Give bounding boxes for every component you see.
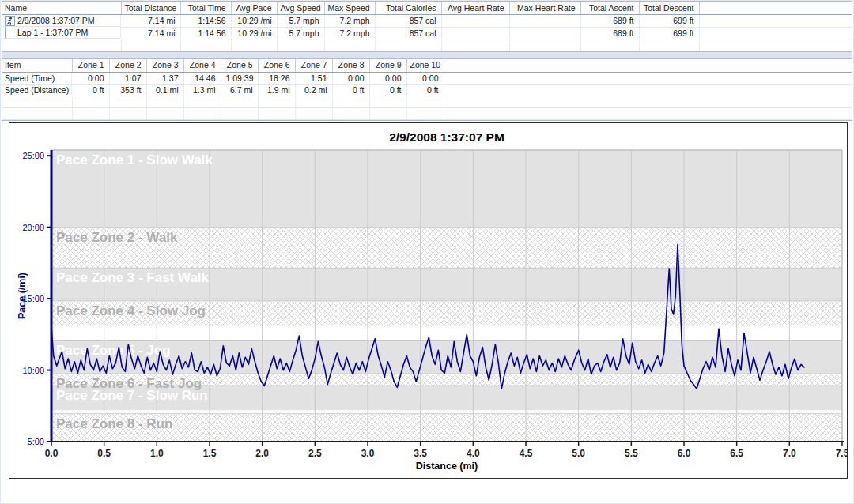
value-cell	[441, 15, 509, 28]
value-cell: 10:29 /mi	[231, 27, 277, 39]
column-header[interactable]: Zone 9	[369, 59, 406, 73]
row-label: Speed (Distance)	[5, 85, 69, 95]
table-header-row: NameTotal DistanceTotal TimeAvg PaceAvg …	[2, 2, 852, 15]
column-header[interactable]: Avg Speed	[277, 2, 324, 15]
value-cell: 1:07	[109, 72, 146, 85]
table-header-row: ItemZone 1Zone 2Zone 3Zone 4Zone 5Zone 6…	[2, 59, 852, 73]
activity-summary-table: NameTotal DistanceTotal TimeAvg PaceAvg …	[2, 1, 852, 52]
column-header[interactable]: Zone 3	[146, 59, 183, 73]
y-tick-label: 25:00	[22, 151, 44, 160]
value-cell: 18:26	[258, 72, 295, 85]
table-divider	[2, 52, 852, 58]
value-cell: 0.2 mi	[295, 85, 332, 96]
row-label-cell: Speed (Time)	[2, 73, 72, 85]
tables-region: NameTotal DistanceTotal TimeAvg PaceAvg …	[2, 1, 852, 121]
column-header[interactable]: Zone 1	[72, 59, 109, 73]
x-tick-label: 6.5	[730, 448, 743, 459]
value-cell: 0 ft	[332, 85, 369, 96]
y-tick-label: 5:00	[28, 437, 44, 446]
table-row[interactable]: 2/9/2008 1:37:07 PM7.14 mi1:14:5610:29 /…	[2, 15, 852, 28]
x-axis-title: Distance (mi)	[416, 461, 478, 472]
value-cell: 699 ft	[639, 27, 699, 39]
filler-cell	[444, 85, 852, 96]
x-tick-label: 1.0	[150, 448, 164, 459]
value-cell: 0.1 mi	[146, 85, 183, 96]
column-header[interactable]: Total Time	[180, 2, 231, 15]
filler-cell	[699, 27, 852, 39]
value-cell: 14:46	[183, 72, 221, 85]
table-row[interactable]: Lap 1 - 1:37:07 PM7.14 mi1:14:5610:29 /m…	[2, 27, 852, 39]
pace-chart[interactable]: 2/9/2008 1:37:07 PMPace Zone 1 - Slow Wa…	[9, 123, 847, 478]
column-header[interactable]: Zone 7	[295, 59, 332, 73]
x-tick-label: 1.5	[203, 448, 217, 459]
value-cell: 0:00	[369, 72, 406, 85]
column-header[interactable]: Zone 2	[109, 59, 146, 73]
column-header[interactable]: Item	[2, 59, 72, 73]
zone-label: Pace Zone 7 - Slow Run	[56, 388, 208, 403]
x-tick-label: 7.5	[836, 448, 847, 459]
x-tick-label: 4.0	[467, 448, 480, 459]
row-label: 2/9/2008 1:37:07 PM	[17, 16, 95, 25]
value-cell: 857 cal	[375, 15, 441, 28]
value-cell: 7.14 mi	[121, 15, 180, 28]
x-tick-label: 6.0	[678, 448, 691, 459]
column-header[interactable]: Max Heart Rate	[509, 2, 580, 15]
row-label: Lap 1 - 1:37:07 PM	[17, 28, 88, 37]
empty-row	[2, 39, 852, 51]
empty-row	[2, 108, 852, 120]
x-tick-label: 0.5	[97, 448, 111, 459]
value-cell: 1:09:39	[221, 72, 258, 85]
column-header[interactable]: Name	[2, 2, 121, 15]
runner-icon	[5, 16, 15, 26]
x-tick-label: 2.5	[308, 448, 322, 459]
row-label-cell: 2/9/2008 1:37:07 PM	[2, 15, 121, 27]
y-tick-label: 10:00	[22, 366, 44, 375]
column-header[interactable]: Total Calories	[375, 2, 441, 15]
value-cell: 1:51	[295, 72, 332, 85]
zone-label: Pace Zone 2 - Walk	[56, 230, 178, 245]
value-cell: 7.14 mi	[121, 27, 180, 39]
column-header[interactable]: Total Distance	[121, 2, 180, 15]
column-header[interactable]: Zone 10	[406, 59, 444, 73]
speed-zones-table: ItemZone 1Zone 2Zone 3Zone 4Zone 5Zone 6…	[2, 58, 852, 122]
value-cell: 689 ft	[580, 15, 639, 28]
column-header[interactable]: Zone 5	[221, 59, 258, 73]
pace-chart-svg: 2/9/2008 1:37:07 PMPace Zone 1 - Slow Wa…	[9, 123, 847, 478]
value-cell: 0:00	[72, 72, 109, 85]
column-header[interactable]: Zone 4	[183, 59, 221, 73]
value-cell: 1:14:56	[180, 15, 231, 28]
value-cell: 6.7 mi	[221, 85, 258, 96]
zone-label: Pace Zone 3 - Fast Walk	[56, 270, 210, 285]
value-cell: 689 ft	[580, 27, 639, 39]
zone-label: Pace Zone 1 - Slow Walk	[56, 152, 213, 167]
value-cell: 1.3 mi	[183, 85, 221, 96]
row-label-cell: Speed (Distance)	[2, 85, 72, 96]
value-cell: 10:29 /mi	[231, 15, 277, 28]
column-header[interactable]: Avg Heart Rate	[441, 2, 509, 15]
value-cell: 0:00	[406, 72, 444, 85]
column-header[interactable]: Avg Pace	[231, 2, 277, 15]
value-cell: 7.2 mph	[324, 27, 375, 39]
value-cell: 1:14:56	[180, 27, 231, 39]
x-tick-label: 4.5	[520, 448, 533, 459]
column-header-filler	[699, 2, 852, 15]
column-header[interactable]: Zone 6	[258, 59, 295, 73]
x-tick-label: 5.5	[625, 448, 638, 459]
value-cell: 0:00	[332, 72, 369, 85]
y-axis-title: Pace (/mi)	[17, 273, 28, 319]
value-cell	[509, 27, 580, 39]
column-header[interactable]: Max Speed	[324, 2, 375, 15]
chart-title: 2/9/2008 1:37:07 PM	[389, 130, 504, 144]
table-row[interactable]: Speed (Distance)0 ft353 ft0.1 mi1.3 mi6.…	[2, 85, 852, 96]
y-tick-label: 20:00	[22, 223, 44, 232]
column-header[interactable]: Zone 8	[332, 59, 369, 73]
filler-cell	[444, 72, 852, 85]
value-cell: 5.7 mph	[277, 27, 324, 39]
pace-chart-panel: 2/9/2008 1:37:07 PMPace Zone 1 - Slow Wa…	[9, 122, 848, 479]
column-header[interactable]: Total Ascent	[580, 2, 639, 15]
column-header[interactable]: Total Descent	[639, 2, 699, 15]
sporttracks-activity-view: NameTotal DistanceTotal TimeAvg PaceAvg …	[0, 0, 854, 504]
value-cell: 5.7 mph	[277, 15, 324, 28]
row-label-cell: Lap 1 - 1:37:07 PM	[2, 27, 121, 39]
table-row[interactable]: Speed (Time)0:001:071:3714:461:09:3918:2…	[2, 72, 852, 85]
